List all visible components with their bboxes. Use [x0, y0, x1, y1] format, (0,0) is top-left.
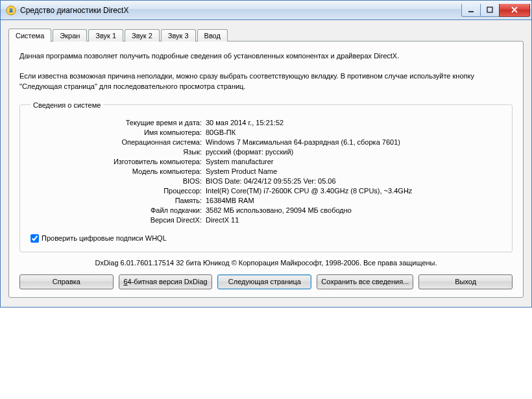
next-page-button[interactable]: Следующая страница: [217, 274, 311, 289]
info-row: BIOS:BIOS Date: 04/24/12 09:55:25 Ver: 0…: [30, 177, 502, 185]
tab-display[interactable]: Экран: [53, 29, 87, 42]
svg-rect-1: [468, 11, 474, 12]
intro-p1: Данная программа позволяет получить подр…: [19, 51, 513, 62]
info-value: DirectX 11: [206, 216, 502, 224]
info-row: Изготовитель компьютера:System manufactu…: [30, 158, 502, 165]
info-label: Память:: [30, 197, 206, 204]
window-controls: [462, 4, 530, 17]
svg-rect-2: [487, 7, 492, 12]
info-row: Язык:русский (формат: русский): [30, 148, 502, 156]
tabstrip: Система Экран Звук 1 Звук 2 Звук 3 Ввод: [8, 27, 524, 41]
sysinfo-legend: Сведения о системе: [30, 101, 103, 109]
minimize-button[interactable]: [461, 4, 481, 17]
tab-sound2[interactable]: Звук 2: [125, 29, 160, 42]
info-row: Модель компьютера:System Product Name: [30, 167, 502, 175]
info-value: System manufacturer: [206, 158, 502, 165]
intro-p2: Если известна возможная причина неполадк…: [19, 71, 513, 92]
info-label: Версия DirectX:: [30, 216, 206, 224]
window-title: Средство диагностики DirectX: [20, 6, 462, 15]
info-value: Intel(R) Core(TM) i7-2600K CPU @ 3.40GHz…: [206, 187, 502, 195]
info-label: BIOS:: [30, 177, 206, 185]
save-all-button[interactable]: Сохранить все сведения...: [317, 274, 413, 289]
info-row: Имя компьютера:80GB-ПК: [30, 128, 502, 136]
info-label: Язык:: [30, 148, 206, 156]
info-label: Процессор:: [30, 187, 206, 195]
tab-input[interactable]: Ввод: [197, 29, 228, 42]
maximize-button[interactable]: [480, 4, 500, 17]
info-label: Текущие время и дата:: [30, 119, 206, 127]
info-value: 3582 МБ использовано, 29094 МБ свободно: [206, 206, 502, 214]
info-row: Операционная система:Windows 7 Максималь…: [30, 138, 502, 146]
whql-label[interactable]: Проверить цифровые подписи WHQL: [42, 234, 167, 242]
button-row: Справка 64-битная версия DxDiag Следующа…: [19, 274, 513, 289]
info-value: русский (формат: русский): [206, 148, 502, 156]
tabpanel-system: Данная программа позволяет получить подр…: [8, 41, 524, 298]
info-row: Версия DirectX:DirectX 11: [30, 216, 502, 224]
exit-button[interactable]: Выход: [418, 274, 513, 289]
whql-row: Проверить цифровые подписи WHQL: [30, 234, 502, 243]
tab-sound3[interactable]: Звук 3: [161, 29, 196, 42]
info-value: BIOS Date: 04/24/12 09:55:25 Ver: 05.06: [206, 177, 502, 185]
info-value: Windows 7 Максимальная 64-разрядная (6.1…: [206, 138, 502, 146]
tab-sound1[interactable]: Звук 1: [88, 29, 123, 42]
info-row: Процессор:Intel(R) Core(TM) i7-2600K CPU…: [30, 187, 502, 195]
info-row: Память:16384MB RAM: [30, 197, 502, 204]
dxdiag-icon: [6, 5, 16, 16]
footer-text: DxDiag 6.01.7601.17514 32 бита Юникод © …: [19, 259, 513, 267]
info-label: Имя компьютера:: [30, 128, 206, 136]
info-value: 30 мая 2014 г., 15:21:52: [206, 119, 502, 127]
info-label: Операционная система:: [30, 138, 206, 146]
tab-system[interactable]: Система: [8, 29, 51, 42]
info-row: Файл подкачки:3582 МБ использовано, 2909…: [30, 206, 502, 214]
info-value: 80GB-ПК: [206, 128, 502, 136]
info-label: Модель компьютера:: [30, 167, 206, 175]
info-label: Изготовитель компьютера:: [30, 158, 206, 165]
info-value: 16384MB RAM: [206, 197, 502, 204]
dxdiag-window: Средство диагностики DirectX Система Экр…: [0, 0, 532, 308]
help-button[interactable]: Справка: [19, 274, 114, 289]
bit64-button[interactable]: 64-битная версия DxDiag: [119, 274, 213, 289]
titlebar: Средство диагностики DirectX: [1, 1, 531, 20]
whql-checkbox[interactable]: [30, 234, 39, 243]
close-button[interactable]: [499, 4, 530, 17]
intro-text: Данная программа позволяет получить подр…: [19, 51, 513, 92]
info-row: Текущие время и дата:30 мая 2014 г., 15:…: [30, 119, 502, 127]
client-area: Система Экран Звук 1 Звук 2 Звук 3 Ввод …: [1, 20, 531, 307]
info-label: Файл подкачки:: [30, 206, 206, 214]
sysinfo-group: Сведения о системе Текущие время и дата:…: [19, 101, 513, 252]
info-value: System Product Name: [206, 167, 502, 175]
